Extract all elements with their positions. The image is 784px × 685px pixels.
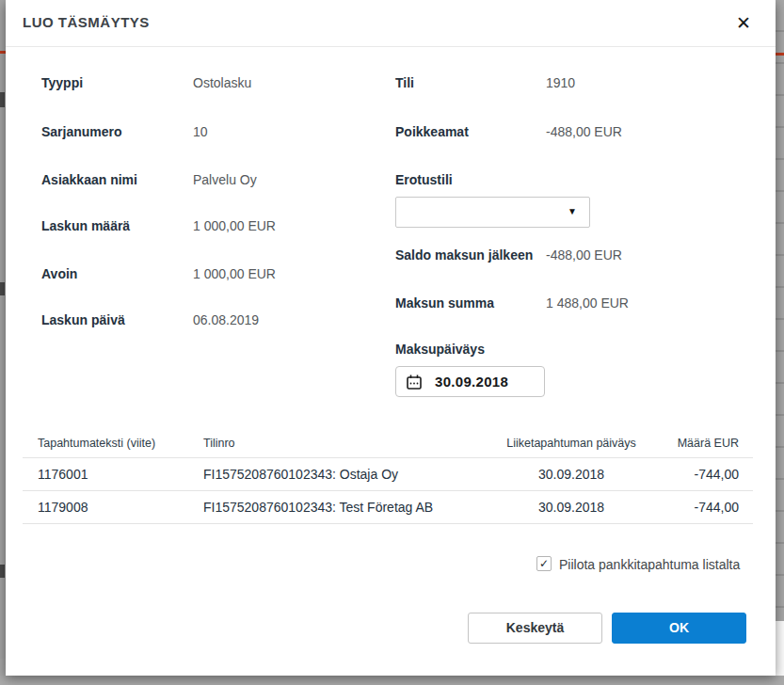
field-label-maksupaivays: Maksupäiväys <box>395 340 485 358</box>
field-label-erotustili: Erotustili <box>395 170 453 189</box>
cell-maara: -744,00 <box>661 467 739 482</box>
hide-transaction-label: Piilota pankkitapahtuma listalta <box>559 557 740 572</box>
field-label-avoin: Avoin <box>41 264 77 283</box>
field-value-maksun-summa: 1 488,00 EUR <box>546 294 629 312</box>
cell-paivays: 30.09.2018 <box>482 467 661 482</box>
maksupaivays-date-value: 30.09.2018 <box>435 367 508 396</box>
background-page-right-edge <box>776 0 784 653</box>
column-header-tilinro: Tilinro <box>203 437 482 450</box>
field-value-asiakkaan-nimi: Palvelu Oy <box>193 170 257 189</box>
close-icon[interactable]: ✕ <box>732 12 755 35</box>
field-value-sarjanumero: 10 <box>193 122 208 141</box>
cell-viite: 1176001 <box>38 467 203 482</box>
field-value-tyyppi: Ostolasku <box>193 73 251 92</box>
dialog-header: LUO TÄSMÄYTYS ✕ <box>6 0 776 47</box>
field-label-sarjanumero: Sarjanumero <box>41 122 122 141</box>
field-value-laskun-maara: 1 000,00 EUR <box>193 216 276 235</box>
background-red-line <box>776 53 784 56</box>
cancel-button[interactable]: Keskeytä <box>468 613 602 644</box>
field-label-laskun-paiva: Laskun päivä <box>41 311 125 329</box>
field-value-laskun-paiva: 06.08.2019 <box>193 311 259 329</box>
field-value-saldo: -488,00 EUR <box>546 246 622 264</box>
hide-transaction-checkbox[interactable]: ✓ <box>536 556 552 571</box>
transactions-table: Tapahtumateksti (viite) Tilinro Liiketap… <box>23 429 753 524</box>
ok-button[interactable]: OK <box>612 613 746 644</box>
column-header-maara: Määrä EUR <box>661 437 739 450</box>
field-label-laskun-maara: Laskun määrä <box>41 216 130 235</box>
erotustili-select[interactable]: ▼ <box>395 197 590 228</box>
field-label-maksun-summa: Maksun summa <box>395 294 494 312</box>
column-header-tapahtumateksti: Tapahtumateksti (viite) <box>38 437 203 450</box>
dialog-title: LUO TÄSMÄYTYS <box>23 14 150 30</box>
cell-tilinro: FI1575208760102343: Test Företag AB <box>203 500 482 515</box>
cell-tilinro: FI1575208760102343: Ostaja Oy <box>203 467 482 482</box>
field-value-poikkeamat: -488,00 EUR <box>546 122 622 141</box>
calendar-icon <box>407 374 422 393</box>
table-header-row: Tapahtumateksti (viite) Tilinro Liiketap… <box>23 429 753 458</box>
background-content-fragment <box>0 92 5 107</box>
maksupaivays-date-input[interactable]: 30.09.2018 <box>395 366 545 397</box>
cell-paivays: 30.09.2018 <box>482 500 661 515</box>
table-row[interactable]: 1179008 FI1575208760102343: Test Företag… <box>23 491 753 524</box>
field-value-tili: 1910 <box>546 73 575 92</box>
cell-viite: 1179008 <box>38 500 203 515</box>
background-content-fragment <box>0 565 5 578</box>
cell-maara: -744,00 <box>661 500 739 515</box>
field-label-asiakkaan-nimi: Asiakkaan nimi <box>41 170 137 189</box>
column-header-paivays: Liiketapahtuman päiväys <box>482 437 661 450</box>
field-label-poikkeamat: Poikkeamat <box>395 122 469 141</box>
background-page-bottom-edge <box>0 676 784 685</box>
chevron-down-icon: ▼ <box>568 206 577 216</box>
field-label-saldo: Saldo maksun jälkeen <box>395 246 533 264</box>
field-label-tyyppi: Tyyppi <box>41 73 83 92</box>
background-content-fragment <box>0 282 5 295</box>
table-row[interactable]: 1176001 FI1575208760102343: Ostaja Oy 30… <box>23 458 753 491</box>
field-value-avoin: 1 000,00 EUR <box>193 264 276 283</box>
create-reconciliation-dialog: LUO TÄSMÄYTYS ✕ Tyyppi Ostolasku Sarjanu… <box>6 0 776 676</box>
field-label-tili: Tili <box>395 73 414 92</box>
